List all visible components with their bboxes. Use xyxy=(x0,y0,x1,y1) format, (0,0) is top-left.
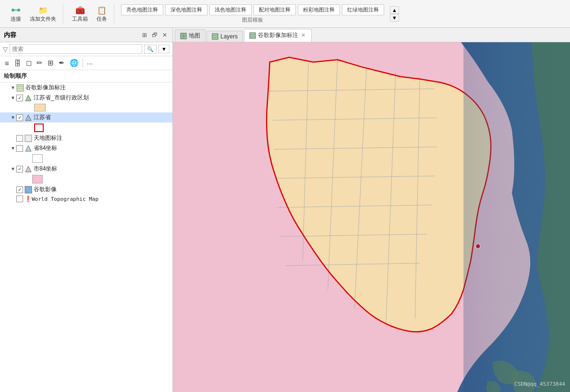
sidebar-header: 内容 ⊞ 🗗 ✕ xyxy=(0,28,172,42)
template-btn-4[interactable]: 粉彩地图注释 xyxy=(298,4,340,15)
layer-swatch-empty xyxy=(32,154,43,163)
tab-active-icon xyxy=(249,32,256,39)
tab-map-label: 地图 xyxy=(189,32,200,40)
toolbar: 连接 📁 冻加文件夹 🧰 工具箱 📋 任务 工程 亮色地图注释 深色地图注释 浅… xyxy=(0,0,570,28)
tab-bar: 地图 Layers xyxy=(173,28,570,42)
list-item[interactable]: 天地图标注 xyxy=(0,133,172,143)
svg-point-0 xyxy=(12,9,14,12)
sidebar: 内容 ⊞ 🗗 ✕ ▽ 🔍 ▼ ≡ 🗄 ◻ ✏ ⊞ ✒ 🌐 ··· xyxy=(0,28,173,392)
svg-marker-6 xyxy=(25,95,31,101)
toolbox-icon: 🧰 xyxy=(75,5,85,15)
search-button[interactable]: 🔍 xyxy=(144,45,157,54)
edit-button[interactable]: ✏ xyxy=(35,58,45,68)
filter-button[interactable]: ◻ xyxy=(24,58,34,68)
expand-icon[interactable]: ▼ xyxy=(10,145,16,152)
layer-swatch-outline xyxy=(34,123,44,132)
db-view-button[interactable]: 🗄 xyxy=(12,58,23,68)
svg-rect-3 xyxy=(17,85,24,91)
layer-type-icon xyxy=(24,165,32,173)
tab-google-annotation[interactable]: 谷歌影像加标注 ✕ xyxy=(244,29,312,42)
add-file-icon: 📁 xyxy=(38,5,49,15)
list-item xyxy=(0,122,172,133)
list-item[interactable]: ▼ 谷歌影像加标注 xyxy=(0,83,172,93)
toolbar-tools-section: 🧰 工具箱 📋 任务 工程 xyxy=(65,4,114,24)
add-file-button[interactable]: 📁 冻加文件夹 xyxy=(27,4,59,24)
template-scroll-down[interactable]: ▼ xyxy=(390,14,399,22)
list-item xyxy=(0,103,172,112)
template-scroll-up[interactable]: ▲ xyxy=(390,6,399,14)
connect-button[interactable]: 连接 xyxy=(8,4,24,24)
layer-name: 市84坐标 xyxy=(34,165,170,173)
sidebar-close-button[interactable]: ✕ xyxy=(161,31,169,39)
draw-order-label: 绘制顺序 xyxy=(0,70,172,83)
map-canvas[interactable]: CSDN@qq_45373844 xyxy=(173,42,570,392)
tab-layers[interactable]: Layers xyxy=(206,31,243,42)
svg-point-1 xyxy=(17,9,20,12)
search-input[interactable] xyxy=(10,44,142,54)
template-btn-2[interactable]: 浅色地图注释 xyxy=(209,4,252,15)
expand-icon[interactable]: ▼ xyxy=(10,85,16,91)
layer-name: 江苏省 xyxy=(34,113,170,122)
sidebar-toolbar: ≡ 🗄 ◻ ✏ ⊞ ✒ 🌐 ··· xyxy=(0,56,172,70)
template-btn-0[interactable]: 亮色地图注释 xyxy=(121,4,163,15)
tasks-button[interactable]: 📋 任务 xyxy=(94,4,110,24)
list-item[interactable]: 谷歌影像 xyxy=(0,184,172,195)
tab-layers-label: Layers xyxy=(220,33,238,40)
layer-checkbox[interactable] xyxy=(16,145,23,152)
tab-close-button[interactable]: ✕ xyxy=(300,32,306,38)
list-item[interactable]: ▼ 市84坐标 xyxy=(0,164,172,174)
expand-icon[interactable]: ▼ xyxy=(10,114,16,121)
layer-type-icon xyxy=(24,186,32,194)
layer-checkbox[interactable] xyxy=(16,196,23,202)
sidebar-float-button[interactable]: 🗗 xyxy=(150,31,159,39)
layer-checkbox[interactable] xyxy=(16,186,23,193)
layer-name: 江苏省_市级行政区划 xyxy=(34,94,170,102)
list-item xyxy=(0,174,172,184)
svg-marker-10 xyxy=(25,166,31,172)
tab-layers-icon xyxy=(212,33,218,40)
tasks-label: 任务 xyxy=(97,15,107,23)
sidebar-controls: ⊞ 🗗 ✕ xyxy=(141,31,169,39)
search-dropdown[interactable]: ▼ xyxy=(158,45,170,53)
template-btn-1[interactable]: 深色地图注释 xyxy=(165,4,207,15)
layer-swatch xyxy=(34,104,46,111)
geo-button[interactable]: 🌐 xyxy=(68,58,81,68)
list-item[interactable]: ▼ 江苏省_市级行政区划 xyxy=(0,93,172,103)
layer-type-icon xyxy=(24,145,32,152)
main-layout: 内容 ⊞ 🗗 ✕ ▽ 🔍 ▼ ≡ 🗄 ◻ ✏ ⊞ ✒ 🌐 ··· xyxy=(0,28,570,392)
add-button[interactable]: ⊞ xyxy=(46,58,56,68)
tasks-icon: 📋 xyxy=(97,5,107,15)
tab-active-label: 谷歌影像加标注 xyxy=(258,31,298,39)
layer-checkbox[interactable] xyxy=(16,95,23,101)
tab-map[interactable]: 地图 xyxy=(175,29,206,42)
layer-name: 谷歌影像 xyxy=(34,185,170,194)
error-icon: ❗ xyxy=(24,196,32,202)
svg-marker-9 xyxy=(25,146,31,151)
toolbox-button[interactable]: 🧰 工具箱 xyxy=(69,4,91,24)
template-btn-5[interactable]: 红绿地图注释 xyxy=(342,4,384,15)
expand-icon[interactable]: ▼ xyxy=(10,95,16,101)
template-section-label: 图层模板 xyxy=(242,16,263,24)
layer-checkbox[interactable] xyxy=(16,166,23,172)
list-item[interactable]: ▼ 省84坐标 xyxy=(0,143,172,153)
template-btn-3[interactable]: 配对地图注释 xyxy=(254,4,296,15)
more-button[interactable]: ··· xyxy=(85,58,95,68)
sidebar-pin-button[interactable]: ⊞ xyxy=(141,31,148,39)
layer-name: 谷歌影像加标注 xyxy=(25,84,170,92)
layer-name: 省84坐标 xyxy=(34,144,170,152)
toolbar-connect-section: 连接 📁 冻加文件夹 xyxy=(4,4,63,24)
layer-type-icon xyxy=(24,94,32,102)
layer-checkbox[interactable] xyxy=(16,114,23,121)
list-item[interactable]: ❗ World Topographic Map xyxy=(0,195,172,203)
layer-swatch-pink xyxy=(32,175,43,184)
layer-name: World Topographic Map xyxy=(32,196,170,202)
draw-button[interactable]: ✒ xyxy=(57,58,67,68)
layer-type-icon xyxy=(16,84,24,92)
layer-checkbox[interactable] xyxy=(16,135,23,142)
list-view-button[interactable]: ≡ xyxy=(3,58,11,68)
expand-icon[interactable]: ▼ xyxy=(10,166,16,172)
list-item[interactable]: ▼ 江苏省 xyxy=(0,112,172,122)
svg-marker-7 xyxy=(25,115,31,121)
add-file-label: 冻加文件夹 xyxy=(30,15,56,23)
tab-map-icon xyxy=(180,33,187,39)
